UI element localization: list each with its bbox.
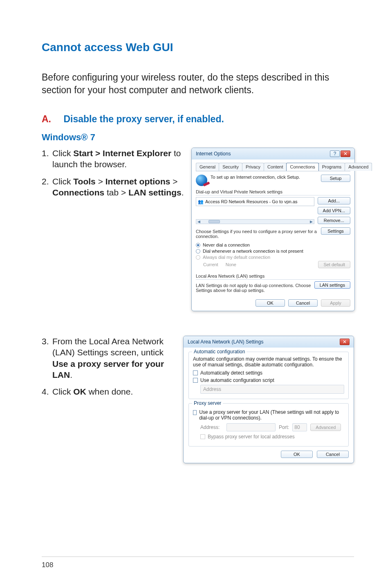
group-legend: Proxy server <box>192 400 223 406</box>
checkbox-bypass-local: Bypass proxy server for local addresses <box>200 434 344 440</box>
dialog-title: Internet Options <box>196 151 231 157</box>
cancel-button[interactable]: Cancel <box>317 451 349 458</box>
checkbox-label: Use a proxy server for your LAN (These s… <box>199 409 344 421</box>
current-label: Current <box>203 262 218 267</box>
checkbox-label: Automatically detect settings <box>200 370 262 376</box>
dialog-title: Local Area Network (LAN) Settings <box>188 339 263 345</box>
step-number: 3. <box>42 336 52 380</box>
proxy-address-input <box>226 423 276 431</box>
checkbox-label: Use automatic configuration script <box>200 377 274 383</box>
internet-options-dialog: Internet Options ? ✕ General Security Pr… <box>191 148 355 311</box>
dialog-titlebar[interactable]: Local Area Network (LAN) Settings ✕ <box>184 336 354 348</box>
checkbox-auto-detect[interactable]: Automatically detect settings <box>193 370 344 376</box>
step-text: From the Local Area Network (LAN) Settin… <box>52 336 176 380</box>
step-number: 4. <box>42 386 52 397</box>
globe-icon <box>196 175 207 186</box>
proxy-address-label: Address: <box>200 424 223 430</box>
section-a-label: A. <box>42 114 51 124</box>
checkbox-icon <box>200 434 205 439</box>
step-text: Click OK when done. <box>52 386 176 397</box>
vpn-listbox[interactable]: 👥 Access RD Network Resources - Go to vp… <box>196 197 314 206</box>
tab-privacy[interactable]: Privacy <box>242 163 264 171</box>
tab-connections[interactable]: Connections <box>286 163 318 171</box>
cancel-button[interactable]: Cancel <box>288 299 318 307</box>
tab-advanced[interactable]: Advanced <box>345 163 372 171</box>
proxy-server-group: Proxy server Use a proxy server for your… <box>188 403 349 447</box>
dialog-tabs: General Security Privacy Content Connect… <box>196 163 350 171</box>
page-title: Cannot access Web GUI <box>42 41 354 54</box>
help-button[interactable]: ? <box>330 150 340 157</box>
radio-label: Never dial a connection <box>203 242 250 247</box>
auto-config-desc: Automatic configuration may override man… <box>193 356 344 368</box>
scroll-right-icon[interactable]: ▶ <box>309 220 314 224</box>
close-button[interactable]: ✕ <box>341 150 350 157</box>
address-field: Address <box>200 385 344 394</box>
radio-never-dial[interactable]: Never dial a connection <box>196 242 350 247</box>
steps-list-a: 1. Click Start > Internet Explorer to la… <box>42 148 184 198</box>
page-footer: 108 <box>0 557 390 569</box>
intro-paragraph: Before configuring your wireless router,… <box>42 71 354 97</box>
scroll-thumb[interactable] <box>208 220 220 223</box>
radio-always-dial[interactable]: Always dial my default connection <box>196 255 350 260</box>
checkbox-icon <box>193 410 197 415</box>
close-button[interactable]: ✕ <box>340 339 350 345</box>
step-3: 3. From the Local Area Network (LAN) Set… <box>42 336 176 380</box>
radio-label: Always dial my default connection <box>203 255 270 260</box>
checkbox-use-proxy[interactable]: Use a proxy server for your LAN (These s… <box>193 409 344 421</box>
ok-button[interactable]: OK <box>281 451 313 458</box>
step-2: 2. Click Tools > Internet options > Conn… <box>42 176 184 198</box>
section-a-heading: A. Disable the proxy server, if enabled. <box>42 114 354 125</box>
scroll-left-icon[interactable]: ◀ <box>196 220 201 224</box>
setup-text: To set up an Internet connection, click … <box>211 175 300 180</box>
add-button[interactable]: Add... <box>318 197 350 204</box>
dialog-titlebar[interactable]: Internet Options ? ✕ <box>192 148 354 159</box>
ok-button[interactable]: OK <box>256 299 285 307</box>
apply-button: Apply <box>321 299 350 307</box>
radio-dial-whenever[interactable]: Dial whenever a network connection is no… <box>196 249 350 254</box>
radio-icon <box>196 255 200 260</box>
dialup-group-label: Dial-up and Virtual Private Network sett… <box>196 189 350 195</box>
proxy-port-input <box>292 423 307 431</box>
tab-programs[interactable]: Programs <box>318 163 345 171</box>
step-number: 2. <box>42 176 52 198</box>
automatic-configuration-group: Automatic configuration Automatic config… <box>188 352 349 399</box>
steps-list-b: 3. From the Local Area Network (LAN) Set… <box>42 336 176 397</box>
setup-button[interactable]: Setup <box>321 175 350 182</box>
checkbox-icon <box>193 378 198 383</box>
page-number: 108 <box>42 561 354 569</box>
checkbox-label: Bypass proxy server for local addresses <box>208 434 295 440</box>
lan-note: LAN Settings do not apply to dial-up con… <box>196 283 311 293</box>
radio-icon <box>196 243 200 247</box>
step-text: Click Start > Internet Explorer to launc… <box>52 148 184 170</box>
checkbox-icon <box>193 370 198 375</box>
section-a-title: Disable the proxy server, if enabled. <box>63 114 224 124</box>
settings-button[interactable]: Settings <box>321 227 350 235</box>
lan-settings-button[interactable]: LAN settings <box>314 281 350 289</box>
step-text: Click Tools > Internet options > Connect… <box>52 176 184 198</box>
windows7-heading: Windows® 7 <box>42 132 354 143</box>
people-icon: 👥 <box>198 199 204 204</box>
proxy-port-label: Port: <box>279 424 289 430</box>
step-4: 4. Click OK when done. <box>42 386 176 397</box>
listbox-scrollbar[interactable]: ◀ ▶ <box>196 219 314 224</box>
radio-label: Dial whenever a network connection is no… <box>203 249 303 254</box>
tab-content[interactable]: Content <box>264 163 287 171</box>
radio-icon <box>196 249 200 254</box>
group-legend: Automatic configuration <box>192 349 247 355</box>
tab-general[interactable]: General <box>196 163 219 171</box>
add-vpn-button[interactable]: Add VPN... <box>318 207 350 214</box>
advanced-button: Advanced <box>310 424 341 431</box>
remove-button[interactable]: Remove... <box>318 217 350 224</box>
settings-note: Choose Settings if you need to configure… <box>196 229 318 239</box>
lan-settings-dialog: Local Area Network (LAN) Settings ✕ Auto… <box>183 336 354 463</box>
set-default-button: Set default <box>318 261 350 268</box>
lan-group-label: Local Area Network (LAN) settings <box>196 274 350 280</box>
vpn-item: Access RD Network Resources - Go to vpn.… <box>205 199 298 204</box>
checkbox-auto-script[interactable]: Use automatic configuration script <box>193 377 344 383</box>
step-number: 1. <box>42 148 52 170</box>
step-1: 1. Click Start > Internet Explorer to la… <box>42 148 184 170</box>
tab-security[interactable]: Security <box>219 163 242 171</box>
current-value: None <box>226 262 236 267</box>
